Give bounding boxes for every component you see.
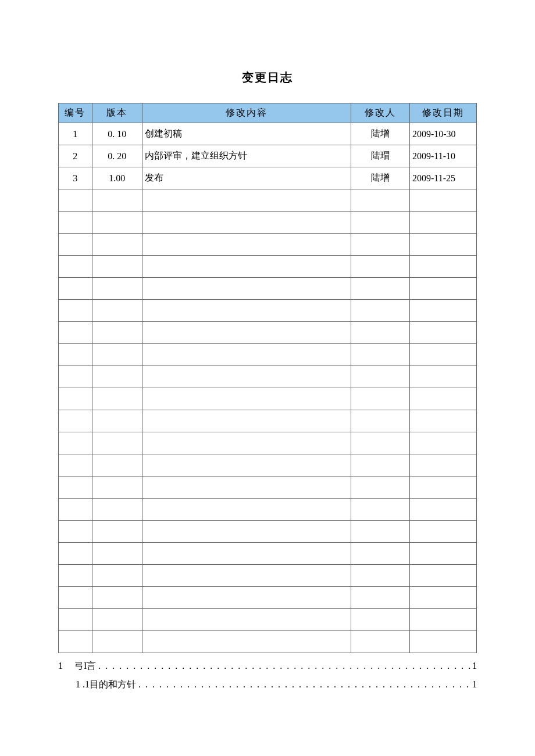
table-row [59,189,477,212]
table-row [59,587,477,609]
cell-id [59,410,92,432]
cell-date [409,410,476,432]
cell-author [351,189,410,212]
cell-version [92,609,142,631]
cell-version [92,565,142,587]
cell-date [409,300,476,322]
cell-version [92,366,142,388]
cell-date: 2009-11-10 [409,145,476,167]
cell-date [409,476,476,499]
cell-author [351,499,410,521]
cell-author: 陆增 [351,123,410,145]
cell-date [409,587,476,609]
cell-version [92,432,142,454]
cell-author [351,344,410,366]
cell-id [59,388,92,410]
cell-id [59,278,92,300]
table-row [59,322,477,344]
toc-entry: 1弓I言1 [58,657,477,675]
cell-date [409,565,476,587]
table-row [59,388,477,410]
cell-version [92,476,142,499]
cell-id [59,565,92,587]
cell-id [59,189,92,212]
table-row: 10. 10创建初稿陆增2009-10-30 [59,123,477,145]
table-header-row: 编号 版本 修改内容 修改人 修改日期 [59,103,477,123]
table-row [59,609,477,631]
table-row [59,499,477,521]
cell-date [409,256,476,278]
cell-content [142,300,351,322]
table-of-contents: 1弓I言11 .1目的和方针1 [58,657,477,694]
cell-version [92,521,142,543]
document-page: 变更日志 编号 版本 修改内容 修改人 修改日期 10. 10创建初稿陆增200… [0,0,535,717]
cell-content: 内部评审，建立组织方针 [142,145,351,167]
cell-id: 1 [59,123,92,145]
cell-content [142,234,351,256]
header-id: 编号 [59,103,92,123]
cell-version [92,278,142,300]
toc-label: 弓I言 [74,657,96,675]
cell-id [59,234,92,256]
cell-content [142,587,351,609]
cell-author [351,300,410,322]
cell-author [351,256,410,278]
cell-version [92,300,142,322]
cell-author [351,565,410,587]
cell-author [351,587,410,609]
cell-id: 2 [59,145,92,167]
cell-id [59,322,92,344]
cell-id [59,432,92,454]
cell-version [92,189,142,212]
toc-page-number: 1 [472,675,477,694]
cell-author [351,631,410,653]
cell-date [409,344,476,366]
cell-content [142,344,351,366]
cell-id [59,499,92,521]
cell-date [409,609,476,631]
cell-date [409,189,476,212]
toc-leader-dots [96,657,472,675]
toc-entry: 1 .1目的和方针1 [58,675,477,694]
cell-version [92,631,142,653]
cell-version [92,388,142,410]
cell-author [351,454,410,476]
cell-version [92,322,142,344]
cell-date [409,322,476,344]
cell-version [92,587,142,609]
cell-content [142,388,351,410]
header-version: 版本 [92,103,142,123]
cell-author [351,366,410,388]
cell-version: 1.00 [92,167,142,189]
table-row [59,543,477,565]
cell-version [92,410,142,432]
cell-content [142,521,351,543]
cell-date [409,366,476,388]
cell-id [59,212,92,234]
table-row [59,454,477,476]
cell-id [59,366,92,388]
page-title: 变更日志 [58,70,477,85]
cell-content [142,476,351,499]
cell-date [409,499,476,521]
table-row [59,300,477,322]
cell-version: 0. 20 [92,145,142,167]
cell-author [351,432,410,454]
table-row [59,278,477,300]
cell-content [142,256,351,278]
cell-version [92,256,142,278]
cell-version [92,543,142,565]
cell-id: 3 [59,167,92,189]
table-row [59,521,477,543]
changelog-table: 编号 版本 修改内容 修改人 修改日期 10. 10创建初稿陆增2009-10-… [58,103,477,653]
cell-id [59,609,92,631]
table-row: 20. 20内部评审，建立组织方针陆瑁2009-11-10 [59,145,477,167]
cell-version [92,234,142,256]
cell-id [59,543,92,565]
cell-author [351,521,410,543]
cell-author [351,543,410,565]
cell-author [351,476,410,499]
cell-content [142,454,351,476]
cell-content [142,366,351,388]
cell-author: 陆增 [351,167,410,189]
